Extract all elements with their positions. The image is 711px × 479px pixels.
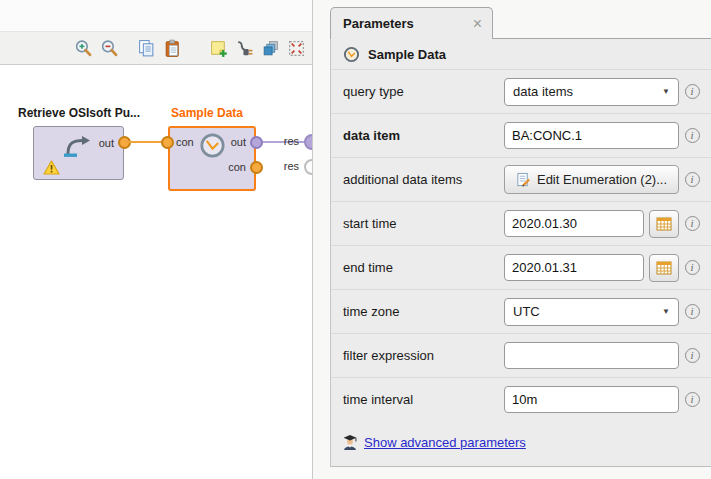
info-icon[interactable]: i xyxy=(685,260,700,275)
fit-to-screen-button[interactable] xyxy=(284,36,308,60)
info-icon[interactable]: i xyxy=(685,84,700,99)
start-time-calendar-button[interactable] xyxy=(649,210,679,238)
calendar-icon xyxy=(656,261,672,275)
info-icon[interactable]: i xyxy=(685,392,700,407)
input-port-con[interactable] xyxy=(161,136,174,149)
add-note-button[interactable] xyxy=(206,36,230,60)
param-label: filter expression xyxy=(343,348,504,363)
arrange-operators-button[interactable] xyxy=(258,36,282,60)
query-type-dropdown[interactable]: data items ▼ xyxy=(504,78,679,106)
zoom-in-button[interactable] xyxy=(71,36,95,60)
paste-button[interactable] xyxy=(160,36,184,60)
paste-icon xyxy=(163,39,182,58)
copy-icon xyxy=(137,39,156,58)
result-port-label-1: res xyxy=(284,135,299,147)
fit-to-screen-icon xyxy=(287,39,306,58)
param-label: start time xyxy=(343,216,504,231)
output-port-out[interactable] xyxy=(250,136,263,149)
port-label-out: out xyxy=(231,136,246,148)
calendar-icon xyxy=(656,217,672,231)
copy-button[interactable] xyxy=(134,36,158,60)
warning-icon xyxy=(43,160,60,175)
filter-expression-input[interactable] xyxy=(504,342,679,369)
retrieve-icon xyxy=(60,133,94,161)
auto-wire-icon xyxy=(235,39,254,58)
add-note-icon xyxy=(209,39,228,58)
edit-enumeration-button[interactable]: Edit Enumeration (2)... xyxy=(504,165,679,194)
end-time-input[interactable] xyxy=(504,254,644,281)
clock-icon xyxy=(343,46,360,63)
zoom-out-icon xyxy=(100,39,119,58)
dropdown-value: data items xyxy=(513,84,662,99)
port-label-out: out xyxy=(99,137,114,149)
rapidminer-window: Retrieve OSIsoft Pu... out Samp xyxy=(0,0,711,479)
expert-mode-icon xyxy=(343,434,357,450)
param-label: time interval xyxy=(343,392,504,407)
parameters-panel-body: Sample Data query type data items ▼ i da… xyxy=(330,38,711,467)
info-icon[interactable]: i xyxy=(685,348,700,363)
info-icon[interactable]: i xyxy=(685,172,700,187)
result-port-label-2: res xyxy=(284,160,299,172)
param-row-query-type: query type data items ▼ i xyxy=(331,69,711,113)
show-advanced-parameters-link[interactable]: Show advanced parameters xyxy=(364,435,526,450)
info-icon[interactable]: i xyxy=(685,128,700,143)
process-canvas[interactable]: Retrieve OSIsoft Pu... out Samp xyxy=(0,65,312,477)
edit-list-icon xyxy=(516,172,531,187)
clock-icon xyxy=(199,132,226,159)
chevron-down-icon: ▼ xyxy=(662,307,670,316)
process-toolbar xyxy=(0,32,312,65)
operator-sample-data[interactable]: con out con xyxy=(168,126,256,191)
tab-title: Parameters xyxy=(343,16,473,31)
start-time-input[interactable] xyxy=(504,210,644,237)
zoom-out-button[interactable] xyxy=(97,36,121,60)
info-icon[interactable]: i xyxy=(685,216,700,231)
param-label: additional data items xyxy=(343,172,504,187)
end-time-calendar-button[interactable] xyxy=(649,254,679,282)
param-row-time-zone: time zone UTC ▼ i xyxy=(331,289,711,333)
param-row-data-item: data item i xyxy=(331,113,711,157)
tab-parameters[interactable]: Parameters × xyxy=(330,7,493,39)
operator-title-retrieve: Retrieve OSIsoft Pu... xyxy=(18,106,140,120)
info-icon[interactable]: i xyxy=(685,304,700,319)
parameters-pane: Parameters × Sample Data query type data… xyxy=(330,0,711,479)
result-port-1[interactable] xyxy=(304,134,312,150)
param-row-filter-expression: filter expression i xyxy=(331,333,711,377)
param-row-start-time: start time xyxy=(331,201,711,245)
arrange-operators-icon xyxy=(261,39,280,58)
operator-title-sample-data: Sample Data xyxy=(157,106,257,120)
result-port-2[interactable] xyxy=(304,159,312,175)
param-row-additional-data-items: additional data items Edit Enumeration (… xyxy=(331,157,711,201)
zoom-in-icon xyxy=(74,39,93,58)
param-label: query type xyxy=(343,84,504,99)
process-pane: Retrieve OSIsoft Pu... out Samp xyxy=(0,0,313,479)
auto-wire-button[interactable] xyxy=(232,36,256,60)
edit-enumeration-label: Edit Enumeration (2)... xyxy=(537,172,667,187)
close-icon[interactable]: × xyxy=(473,17,482,31)
operator-retrieve-osisoft[interactable]: out xyxy=(33,126,124,180)
port-label-con-out: con xyxy=(228,161,246,173)
chevron-down-icon: ▼ xyxy=(662,87,670,96)
param-label: data item xyxy=(343,128,504,143)
param-row-end-time: end time i xyxy=(331,245,711,289)
dropdown-value: UTC xyxy=(513,304,662,319)
port-label-con-in: con xyxy=(176,136,194,148)
time-interval-input[interactable] xyxy=(504,386,679,413)
param-label: time zone xyxy=(343,304,504,319)
param-row-time-interval: time interval i xyxy=(331,377,711,421)
parameters-header: Sample Data xyxy=(331,39,711,69)
advanced-parameters-row: Show advanced parameters xyxy=(343,434,711,450)
data-item-input[interactable] xyxy=(504,122,679,149)
output-port-con[interactable] xyxy=(250,161,263,174)
time-zone-dropdown[interactable]: UTC ▼ xyxy=(504,298,679,326)
param-label: end time xyxy=(343,260,504,275)
selected-operator-name: Sample Data xyxy=(368,47,446,62)
process-breadcrumb-strip xyxy=(0,0,312,32)
